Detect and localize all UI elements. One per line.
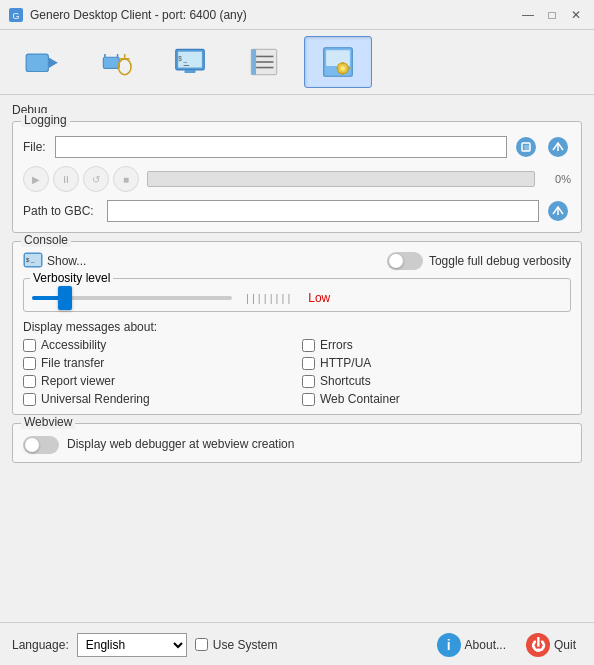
language-label: Language:: [12, 638, 69, 652]
file-input[interactable]: [55, 136, 507, 158]
toolbar-btn-monitor[interactable]: _ $ _: [156, 36, 224, 88]
list-icon: [245, 43, 283, 81]
cb-errors[interactable]: [302, 339, 315, 352]
file-label: File:: [23, 140, 49, 154]
svg-text:$ _: $ _: [178, 55, 187, 63]
toolbar-btn-tools[interactable]: [82, 36, 150, 88]
debug-verbosity-toggle-row: Toggle full debug verbosity: [387, 252, 571, 270]
svg-rect-28: [348, 68, 350, 70]
cb-accessibility-label: Accessibility: [41, 338, 106, 352]
console-icon: $ _: [23, 252, 43, 270]
cb-shortcuts-label: Shortcuts: [320, 374, 371, 388]
cb-errors-item[interactable]: Errors: [302, 338, 571, 352]
logging-group-title: Logging: [21, 113, 70, 127]
toolbar-btn-list[interactable]: [230, 36, 298, 88]
cb-filetransfer-item[interactable]: File transfer: [23, 356, 292, 370]
webview-toggle-knob: [25, 438, 39, 452]
cb-webcontainer-label: Web Container: [320, 392, 400, 406]
debug-verbosity-toggle[interactable]: [387, 252, 423, 270]
webview-toggle[interactable]: [23, 436, 59, 454]
show-label: Show...: [47, 254, 86, 268]
cb-httpua[interactable]: [302, 357, 315, 370]
cb-shortcuts-item[interactable]: Shortcuts: [302, 374, 571, 388]
svg-rect-4: [103, 57, 119, 68]
use-system-label: Use System: [213, 638, 278, 652]
cb-filetransfer[interactable]: [23, 357, 36, 370]
cb-filetransfer-label: File transfer: [41, 356, 104, 370]
verbosity-fieldset: Verbosity level | | | | | | | | Low: [23, 278, 571, 312]
console-group: Console $ _ Show... Toggle full debug ve…: [12, 241, 582, 415]
quit-button[interactable]: ⏻ Quit: [520, 629, 582, 661]
cb-reportviewer-label: Report viewer: [41, 374, 115, 388]
slider-row: | | | | | | | | Low: [32, 291, 562, 305]
use-system-checkbox[interactable]: [195, 638, 208, 651]
gbc-browse-button[interactable]: [545, 198, 571, 224]
webview-group-title: Webview: [21, 415, 75, 429]
cb-reportviewer[interactable]: [23, 375, 36, 388]
verbosity-value: Low: [308, 291, 348, 305]
gbc-input[interactable]: [107, 200, 539, 222]
info-icon: i: [437, 633, 461, 657]
show-console-button[interactable]: $ _ Show...: [23, 252, 86, 270]
toolbar-btn-settings[interactable]: [304, 36, 372, 88]
webview-row: Display web debugger at webview creation: [23, 434, 571, 454]
svg-point-7: [118, 59, 131, 75]
checkbox-grid: Accessibility Errors File transfer HTTP/…: [23, 338, 571, 406]
cb-shortcuts[interactable]: [302, 375, 315, 388]
cb-httpua-label: HTTP/UA: [320, 356, 371, 370]
verbosity-group: Verbosity level | | | | | | | | Low: [23, 278, 571, 312]
toolbar-btn-forward[interactable]: [8, 36, 76, 88]
app-icon: G: [8, 7, 24, 23]
stop-button[interactable]: ■: [113, 166, 139, 192]
about-button[interactable]: i About...: [431, 629, 512, 661]
play-button[interactable]: ▶: [23, 166, 49, 192]
logging-group: Logging File: ▶ ⏸: [12, 121, 582, 233]
gbc-row: Path to GBC:: [23, 198, 571, 224]
svg-rect-25: [342, 62, 344, 64]
forward-icon: [23, 43, 61, 81]
language-select[interactable]: English French German Spanish Italian: [77, 633, 187, 657]
open-icon: [547, 136, 569, 158]
window-title: Genero Desktop Client - port: 6400 (any): [30, 8, 518, 22]
main-content: Debug Logging File:: [0, 95, 594, 622]
gbc-label: Path to GBC:: [23, 204, 101, 218]
cb-accessibility[interactable]: [23, 339, 36, 352]
close-button[interactable]: ✕: [566, 5, 586, 25]
svg-point-24: [340, 66, 345, 71]
pause-button[interactable]: ⏸: [53, 166, 79, 192]
cb-reportviewer-item[interactable]: Report viewer: [23, 374, 292, 388]
quit-icon: ⏻: [526, 633, 550, 657]
replay-button[interactable]: ↺: [83, 166, 109, 192]
debug-section-label: Debug: [12, 103, 582, 117]
slider-track: [32, 296, 232, 300]
browse-icon: [547, 200, 569, 222]
file-open-button[interactable]: [545, 134, 571, 160]
window-controls: — □ ✕: [518, 5, 586, 25]
messages-label: Display messages about:: [23, 320, 571, 334]
cb-accessibility-item[interactable]: Accessibility: [23, 338, 292, 352]
svg-rect-26: [342, 72, 344, 74]
tools-icon: [97, 43, 135, 81]
toggle-knob: [389, 254, 403, 268]
maximize-button[interactable]: □: [542, 5, 562, 25]
playback-row: ▶ ⏸ ↺ ■ 0%: [23, 166, 571, 192]
use-system-row[interactable]: Use System: [195, 638, 278, 652]
file-row: File:: [23, 134, 571, 160]
file-copy-button[interactable]: [513, 134, 539, 160]
cb-webcontainer-item[interactable]: Web Container: [302, 392, 571, 406]
cb-universal-item[interactable]: Universal Rendering: [23, 392, 292, 406]
cb-universal-label: Universal Rendering: [41, 392, 150, 406]
svg-rect-27: [336, 68, 338, 70]
slider-thumb[interactable]: [58, 286, 72, 310]
minimize-button[interactable]: —: [518, 5, 538, 25]
cb-webcontainer[interactable]: [302, 393, 315, 406]
svg-text:G: G: [12, 11, 19, 21]
slider-ticks: | | | | | | | |: [246, 292, 290, 304]
quit-label: Quit: [554, 638, 576, 652]
cb-httpua-item[interactable]: HTTP/UA: [302, 356, 571, 370]
console-top-row: $ _ Show... Toggle full debug verbosity: [23, 252, 571, 270]
cb-universal[interactable]: [23, 393, 36, 406]
title-bar: G Genero Desktop Client - port: 6400 (an…: [0, 0, 594, 30]
bottom-bar: Language: English French German Spanish …: [0, 622, 594, 665]
verbosity-group-label: Verbosity level: [30, 271, 113, 285]
